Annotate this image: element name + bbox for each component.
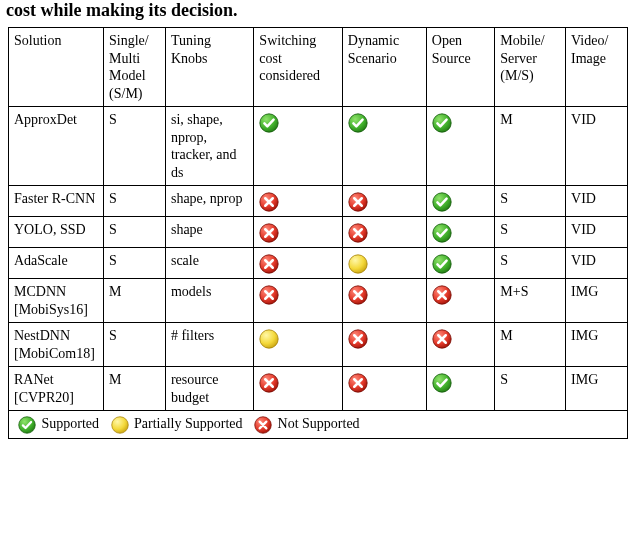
cross-icon [254,416,274,431]
table-header-row: Solution Single/ Multi Model (S/M) Tunin… [9,28,628,107]
cross-icon [348,192,421,212]
cell-knobs: # filters [165,323,253,367]
cell-switching [254,248,342,279]
svg-point-15 [260,330,278,348]
check-icon [432,192,490,212]
legend-supported-label: Supported [42,416,100,431]
table-row: RANet [CVPR20]Mresource budgetSIMG [9,367,628,411]
cell-model: S [104,107,166,186]
cell-knobs: si, shape, nprop, tracker, and ds [165,107,253,186]
cell-media: VID [566,186,628,217]
cell-media: IMG [566,367,628,411]
cell-mobile: M [495,323,566,367]
svg-point-10 [349,255,367,273]
cell-knobs: scale [165,248,253,279]
cell-knobs: models [165,279,253,323]
cell-media: IMG [566,279,628,323]
check-icon [18,416,38,431]
col-knobs: Tuning Knobs [165,28,253,107]
cell-solution: MCDNN [MobiSys16] [9,279,104,323]
cell-solution: AdaScale [9,248,104,279]
table-row: ApproxDetSsi, shape, nprop, tracker, and… [9,107,628,186]
cell-solution: RANet [CVPR20] [9,367,104,411]
check-icon [432,254,490,274]
cell-open [426,186,495,217]
comparison-table: Solution Single/ Multi Model (S/M) Tunin… [8,27,628,439]
cell-knobs: shape [165,217,253,248]
cell-switching [254,367,342,411]
cell-media: VID [566,248,628,279]
cell-mobile: S [495,367,566,411]
cell-media: VID [566,107,628,186]
table-row: AdaScaleSscaleSVID [9,248,628,279]
cell-model: S [104,186,166,217]
partial-icon [111,416,131,431]
legend-partial-label: Partially Supported [134,416,243,431]
cell-mobile: M [495,107,566,186]
col-open: Open Source [426,28,495,107]
cross-icon [432,329,490,349]
cross-icon [259,192,336,212]
col-switching: Switching cost considered [254,28,342,107]
check-icon [348,113,421,133]
legend-cell: Supported Partially Supported Not Suppor… [9,411,628,439]
cell-dynamic [342,217,426,248]
cell-dynamic [342,279,426,323]
cell-solution: ApproxDet [9,107,104,186]
cell-solution: Faster R-CNN [9,186,104,217]
col-solution: Solution [9,28,104,107]
cell-mobile: M+S [495,279,566,323]
cell-knobs: resource budget [165,367,253,411]
cell-model: M [104,367,166,411]
cell-switching [254,323,342,367]
cell-model: S [104,323,166,367]
cell-open [426,367,495,411]
table-row: MCDNN [MobiSys16]MmodelsM+SIMG [9,279,628,323]
cell-switching [254,279,342,323]
cell-switching [254,107,342,186]
cell-model: S [104,248,166,279]
check-icon [432,113,490,133]
svg-point-22 [111,417,128,434]
check-icon [432,373,490,393]
cell-mobile: S [495,217,566,248]
cell-dynamic [342,367,426,411]
col-mobile: Mobile/ Server (M/S) [495,28,566,107]
partial-icon [259,329,336,349]
check-icon [432,223,490,243]
col-dynamic: Dynamic Scenario [342,28,426,107]
table-body: ApproxDetSsi, shape, nprop, tracker, and… [9,107,628,411]
cell-solution: NestDNN [MobiCom18] [9,323,104,367]
cross-icon [348,285,421,305]
cell-switching [254,186,342,217]
cell-dynamic [342,248,426,279]
caption-fragment: cost while making its decision. [0,0,640,25]
cross-icon [259,373,336,393]
cell-dynamic [342,107,426,186]
table-row: NestDNN [MobiCom18]S# filtersMIMG [9,323,628,367]
legend-not-supported-label: Not Supported [278,416,360,431]
cell-open [426,248,495,279]
cross-icon [348,223,421,243]
cross-icon [259,285,336,305]
cross-icon [348,329,421,349]
check-icon [259,113,336,133]
cell-open [426,323,495,367]
table-row: Faster R-CNNSshape, npropSVID [9,186,628,217]
table-row: YOLO, SSDSshapeSVID [9,217,628,248]
legend-partial: Partially Supported [111,415,243,434]
cell-media: IMG [566,323,628,367]
col-model: Single/ Multi Model (S/M) [104,28,166,107]
cell-open [426,107,495,186]
cell-solution: YOLO, SSD [9,217,104,248]
cross-icon [259,254,336,274]
legend-not-supported: Not Supported [254,415,360,434]
cross-icon [259,223,336,243]
col-media: Video/ Image [566,28,628,107]
cell-dynamic [342,186,426,217]
legend-supported: Supported [18,415,99,434]
cell-dynamic [342,323,426,367]
cell-knobs: shape, nprop [165,186,253,217]
cell-open [426,279,495,323]
cross-icon [432,285,490,305]
